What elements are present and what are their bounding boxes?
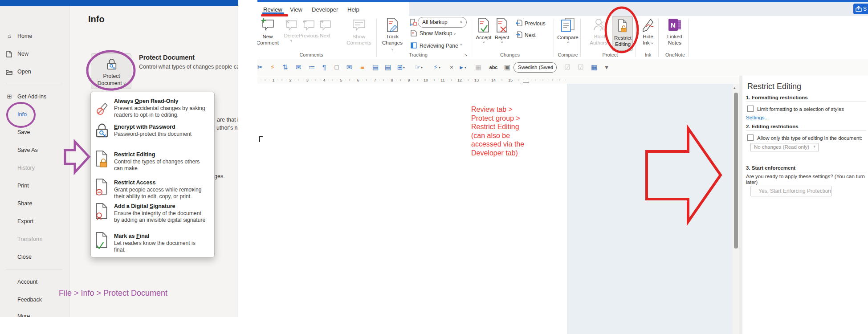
dropdown-caret-icon: ˅	[492, 41, 512, 45]
next-change-button[interactable]: Next	[525, 32, 536, 38]
display-for-review-select[interactable]: All Markup ˅	[418, 17, 467, 28]
sidebar-item-history: History	[17, 165, 35, 171]
sidebar-item-share[interactable]: Share	[17, 200, 32, 207]
dropdown-caret-icon[interactable]: ˅	[460, 43, 462, 47]
group-label-compare: Compare	[554, 52, 581, 57]
group-divider	[688, 19, 689, 57]
dropdown-caret-icon[interactable]: ▾	[403, 65, 405, 69]
sidebar-item-info[interactable]: Info	[17, 111, 27, 118]
start-enforcing-button[interactable]: Yes, Start Enforcing Protection	[750, 186, 832, 196]
show-comments-icon	[352, 19, 366, 32]
dropdown-caret-icon: ˅	[460, 17, 462, 27]
show-comments-button[interactable]: Show Comments	[346, 19, 372, 46]
mail-merge-icon[interactable]: ✉	[293, 63, 304, 71]
sidebar-item-home[interactable]: ⌂Home	[17, 33, 32, 39]
tab-help[interactable]: Help	[347, 6, 359, 13]
ruler-tick: ·	[396, 78, 397, 82]
ruler-tick: ·	[354, 78, 355, 82]
allow-editing-label: Allow only this type of editing in the d…	[757, 135, 862, 141]
allow-editing-checkbox[interactable]	[747, 134, 754, 141]
hide-ink-button[interactable]: Hide Ink ˅	[637, 18, 659, 47]
show-markup-menu[interactable]: Show Markup ˅	[420, 30, 456, 37]
highlight-lines-icon[interactable]: ≡	[357, 63, 368, 71]
sidebar-item-export[interactable]: Export	[17, 218, 33, 224]
accept-button[interactable]: Accept ˅	[473, 18, 494, 45]
autotext-icon[interactable]: ⚡	[267, 63, 278, 71]
linked-notes-button[interactable]: N Linked Notes	[664, 18, 685, 46]
compare-documents-icon	[561, 18, 575, 33]
envelope-icon[interactable]: ✉	[344, 63, 355, 71]
language-select[interactable]: Swedish (Swed ˅	[513, 62, 557, 73]
protect-document-button[interactable]: Protect Document ˅	[91, 53, 131, 89]
ruler-tick: ı	[281, 78, 282, 82]
more-options-icon[interactable]: ▾	[601, 63, 612, 71]
dropdown-caret-icon: ˅	[551, 63, 553, 72]
settings-link[interactable]: Settings...	[746, 115, 769, 120]
close-icon[interactable]: ×	[446, 63, 457, 71]
compare-button[interactable]: Compare ˅	[557, 18, 579, 45]
editing-type-select[interactable]: No changes (Read only) ▾	[750, 143, 819, 151]
cut-icon[interactable]: ✂	[257, 63, 265, 71]
new-comment-button[interactable]: New Comment	[257, 18, 281, 46]
share-button[interactable]: S	[853, 4, 868, 14]
sidebar-item-feedback[interactable]: Feedback	[17, 297, 42, 303]
sidebar-item-new[interactable]: New	[17, 51, 29, 57]
sidebar-item-save[interactable]: Save	[17, 129, 30, 135]
pane-title: Restrict Editing	[747, 82, 801, 91]
track-changes-button[interactable]: Track Changes ˅	[381, 18, 403, 53]
restrict-editing-button[interactable]: Restrict Editing	[612, 16, 633, 51]
tab-view[interactable]: View	[290, 6, 302, 13]
next-change-icon	[516, 31, 522, 38]
ruler-tick: ı	[552, 78, 553, 82]
sidebar-item-open[interactable]: Open	[17, 69, 31, 75]
previous-change-button[interactable]: Previous	[525, 20, 546, 27]
reviewing-pane-icon	[411, 42, 417, 49]
ruler-tick: ·	[557, 78, 558, 82]
bullet-list-icon[interactable]: ≔	[306, 63, 317, 71]
new-document-icon[interactable]: □	[331, 63, 342, 71]
dropdown-caret-icon: ˅	[123, 81, 126, 86]
formatting-marks-icon[interactable]: ¶	[319, 63, 330, 71]
reject-button[interactable]: Reject ˅	[492, 18, 512, 45]
scrollbar-thumb[interactable]	[734, 93, 738, 248]
tab-review[interactable]: Review	[263, 6, 282, 13]
sidebar-item-get-add-ins[interactable]: ⊞Get Add-ins	[17, 94, 46, 100]
autoformat-table-icon[interactable]: ▦	[473, 63, 484, 71]
borders-icon[interactable]: ▦	[589, 63, 599, 71]
sidebar-item-account[interactable]: Account	[17, 279, 37, 285]
dropdown-caret-icon: ˅	[473, 41, 494, 45]
dialog-launcher-icon[interactable]: ↘	[464, 53, 468, 57]
sidebar-item-save-as[interactable]: Save As	[17, 147, 38, 153]
sort-icon[interactable]: ⇅	[280, 63, 290, 71]
open-folder-icon	[6, 69, 12, 75]
dropdown-caret-icon[interactable]: ▾	[421, 65, 423, 69]
ruler-number: 4	[321, 78, 327, 82]
dropdown-caret-icon[interactable]: ▾	[439, 65, 440, 69]
horizontal-ruler[interactable]: ·ı·1·ı·2·ı·3·ı·4·ı·5·ı·6·ı·7·ı·8·ı·9·ı·1…	[257, 77, 739, 84]
scrollbar-up-icon[interactable]: ▴	[734, 86, 736, 90]
sidebar-item-close[interactable]: Close	[17, 254, 32, 260]
ruler-tick: ı	[265, 78, 265, 82]
tab-developer[interactable]: Developer	[312, 6, 338, 13]
accept-change-icon[interactable]: ☑	[562, 63, 573, 71]
dialog-icon[interactable]: ▣	[502, 63, 513, 71]
previous-change-icon	[516, 20, 522, 26]
ruler-number: 1	[270, 78, 277, 82]
sidebar-item-print[interactable]: Print	[17, 183, 29, 189]
backstage-title-bar	[0, 0, 238, 6]
protect-check-icon[interactable]: ☑	[575, 63, 586, 71]
group-label-ink: Ink	[638, 52, 658, 57]
ruler-tick: ·	[481, 78, 482, 82]
group-label-protect: Protect	[597, 52, 623, 57]
dropdown-caret-icon[interactable]: ▾	[465, 65, 466, 69]
next-comment-button[interactable]: Next	[315, 20, 335, 39]
limit-formatting-checkbox[interactable]	[747, 106, 754, 112]
sidebar-item-more[interactable]: More	[17, 313, 30, 317]
reviewing-pane-menu[interactable]: Reviewing Pane	[420, 43, 458, 49]
block-authors-button[interactable]: Block Authors ˅	[589, 18, 611, 47]
annotation-breadcrumb-text: File > Info > Protect Document	[59, 289, 167, 298]
page-view-icon[interactable]: ▤	[383, 63, 393, 71]
protect-button-label-2: Document ˅	[91, 80, 132, 87]
spelling-icon[interactable]: abc	[487, 65, 500, 70]
print-preview-icon[interactable]: ▤	[370, 63, 381, 71]
